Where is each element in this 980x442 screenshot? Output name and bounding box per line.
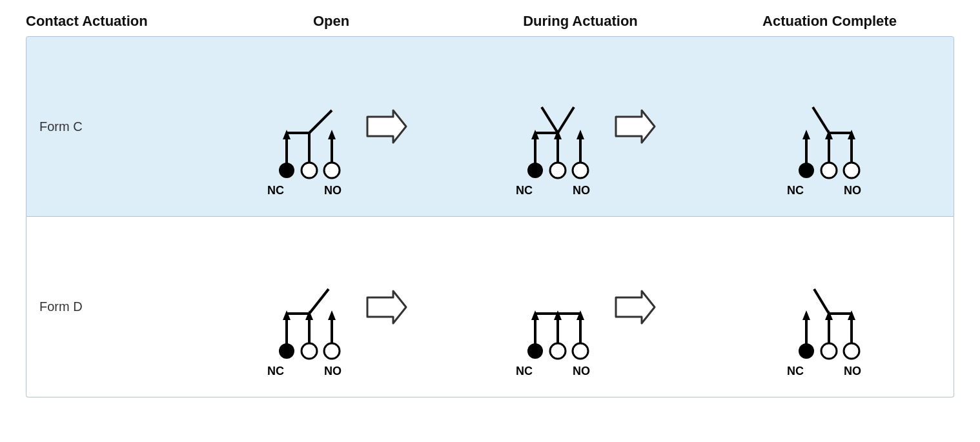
- form-d-during-svg: NC NO: [503, 236, 613, 378]
- svg-marker-42: [283, 310, 291, 320]
- svg-point-38: [844, 163, 859, 178]
- svg-point-63: [550, 343, 566, 359]
- header-row: Contact Actuation Open During Actuation …: [26, 13, 954, 36]
- svg-point-62: [527, 343, 543, 359]
- svg-marker-69: [802, 310, 810, 320]
- svg-point-36: [799, 163, 814, 178]
- svg-marker-12: [367, 110, 406, 143]
- form-d-row: Form D: [26, 217, 954, 397]
- svg-point-8: [301, 163, 317, 178]
- svg-point-23: [550, 163, 566, 178]
- form-c-during-cell: NC NO: [456, 37, 704, 216]
- svg-marker-54: [367, 291, 406, 323]
- form-d-arrow-2-svg: [613, 288, 658, 326]
- svg-line-33: [813, 107, 829, 133]
- form-d-open-svg: NC NO: [254, 236, 364, 378]
- svg-text:NO: NO: [324, 365, 342, 377]
- form-c-open-diagram-group: NC NO: [207, 55, 456, 197]
- svg-text:NO: NO: [844, 184, 861, 197]
- form-c-complete-cell: NC NO: [705, 37, 954, 216]
- svg-marker-29: [802, 130, 810, 139]
- svg-point-37: [821, 163, 837, 178]
- svg-point-49: [279, 343, 294, 359]
- header-actuation-complete: Actuation Complete: [705, 13, 954, 30]
- form-d-open-cell: NC NO: [207, 217, 456, 397]
- header-during-actuation: During Actuation: [456, 13, 705, 30]
- svg-line-19: [558, 107, 574, 133]
- svg-text:NC: NC: [516, 184, 533, 197]
- svg-point-78: [844, 343, 859, 359]
- form-c-label: Form C: [26, 119, 207, 134]
- svg-line-4: [309, 110, 332, 133]
- header-open: Open: [207, 13, 456, 30]
- page: Contact Actuation Open During Actuation …: [0, 0, 980, 410]
- svg-text:NC: NC: [267, 365, 284, 377]
- svg-text:NO: NO: [844, 365, 861, 377]
- form-d-complete-svg: NC NO: [774, 236, 884, 378]
- svg-text:NC: NC: [787, 184, 804, 197]
- svg-marker-1: [283, 130, 291, 139]
- form-d-complete-cell: NC NO: [705, 217, 954, 397]
- svg-text:NC: NC: [516, 365, 533, 377]
- svg-marker-27: [616, 110, 655, 143]
- form-d-during-diagram-group: NC NO: [456, 236, 704, 378]
- svg-point-7: [279, 163, 294, 178]
- svg-marker-73: [848, 310, 855, 320]
- svg-marker-14: [531, 130, 539, 139]
- header-contact-actuation: Contact Actuation: [26, 13, 207, 30]
- svg-marker-48: [328, 310, 336, 320]
- svg-line-18: [542, 107, 558, 133]
- svg-point-9: [324, 163, 340, 178]
- svg-point-22: [527, 163, 543, 178]
- svg-text:NO: NO: [324, 184, 342, 197]
- form-c-open-svg: NC NO: [254, 55, 364, 197]
- form-c-arrow-2-svg: [613, 107, 658, 146]
- svg-text:NO: NO: [573, 365, 590, 377]
- form-c-open-cell: NC NO: [207, 37, 456, 216]
- svg-marker-60: [577, 310, 584, 320]
- svg-marker-56: [531, 310, 539, 320]
- svg-marker-58: [554, 310, 562, 320]
- form-d-arrow-1-svg: [364, 288, 409, 326]
- svg-point-51: [324, 343, 340, 359]
- svg-point-50: [301, 343, 317, 359]
- form-c-during-diagram-group: NC NO: [456, 55, 704, 197]
- form-d-during-cell: NC NO: [456, 217, 704, 397]
- form-d-label: Form D: [26, 299, 207, 314]
- svg-text:NC: NC: [787, 365, 804, 377]
- svg-line-75: [814, 289, 829, 314]
- svg-point-24: [573, 163, 588, 178]
- form-c-arrow-1-svg: [364, 107, 409, 146]
- svg-marker-21: [577, 130, 584, 139]
- svg-point-76: [799, 343, 814, 359]
- svg-marker-67: [616, 291, 655, 323]
- svg-line-46: [309, 289, 329, 314]
- form-d-open-diagram-group: NC NO: [207, 236, 456, 378]
- svg-text:NC: NC: [267, 184, 284, 197]
- form-c-row: Form C: [26, 36, 954, 217]
- form-c-complete-svg: NC NO: [774, 55, 884, 197]
- svg-point-77: [821, 343, 837, 359]
- svg-text:NO: NO: [573, 184, 590, 197]
- svg-point-64: [573, 343, 588, 359]
- form-c-during-svg: NC NO: [503, 55, 613, 197]
- svg-marker-6: [328, 130, 336, 139]
- svg-marker-35: [848, 130, 855, 139]
